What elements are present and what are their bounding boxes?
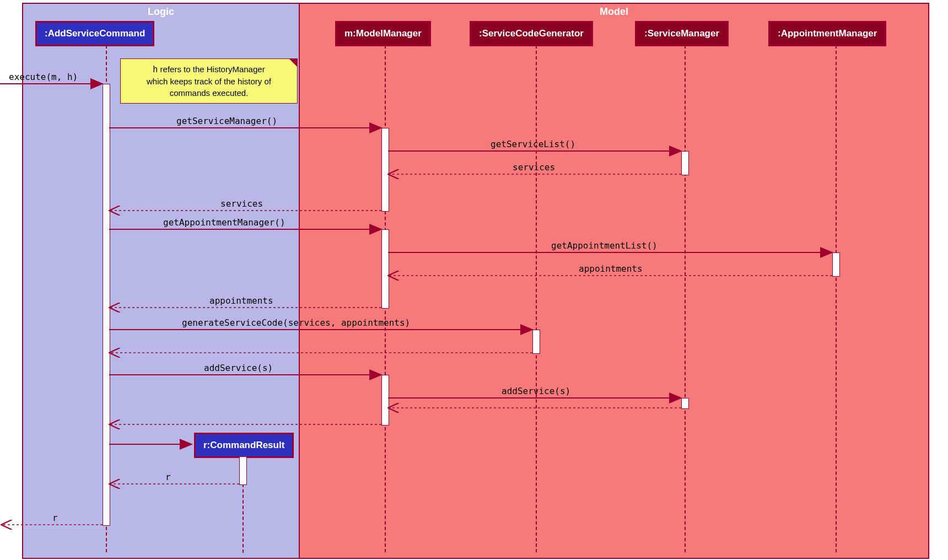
msg-add-service-2: addService(s): [502, 386, 570, 396]
msg-get-appointment-manager: getAppointmentManager(): [163, 217, 286, 228]
msg-ret-services-2: services: [220, 198, 263, 209]
msg-ret-appointments-2: appointments: [209, 295, 273, 306]
msg-execute: execute(m, h): [9, 72, 78, 82]
msg-add-service-1: addService(s): [204, 363, 273, 373]
msg-generate-service-code: generateServiceCode(services, appointmen…: [182, 317, 410, 328]
msg-ret-r-2: r: [52, 513, 58, 523]
msg-get-service-manager: getServiceManager(): [176, 116, 277, 126]
msg-ret-r-1: r: [165, 472, 171, 482]
msg-ret-appointments-1: appointments: [579, 263, 643, 274]
msg-get-appointment-list: getAppointmentList(): [551, 240, 658, 251]
msg-ret-services-1: services: [513, 162, 555, 173]
msg-get-service-list: getServiceList(): [491, 139, 575, 149]
